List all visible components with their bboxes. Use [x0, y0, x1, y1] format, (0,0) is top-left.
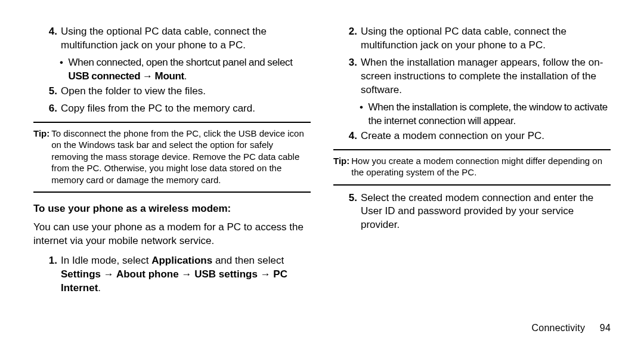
- bullet-text: When the installation is complete, the w…: [369, 101, 611, 128]
- list-text: Select the created modem connection and …: [361, 192, 611, 233]
- bullet-item: • When the installation is complete, the…: [333, 101, 611, 128]
- left-column: 4. Using the optional PC data cable, con…: [33, 24, 311, 331]
- list-number: 3.: [333, 56, 357, 97]
- strong: Applications: [151, 255, 212, 266]
- bullet-item: • When connected, open the shortcut pane…: [33, 56, 311, 84]
- list-number: 1.: [33, 254, 57, 295]
- text: In Idle mode, select: [61, 255, 151, 266]
- list-text: In Idle mode, select Applications and th…: [61, 254, 311, 295]
- bullet-text: When connected, open the shortcut panel …: [69, 56, 311, 84]
- page-number: 94: [600, 323, 611, 333]
- divider: [33, 122, 311, 123]
- list-text: Copy files from the PC to the memory car…: [61, 102, 311, 116]
- right-column: 2. Using the optional PC data cable, con…: [333, 24, 611, 331]
- section-heading: To use your phone as a wireless modem:: [33, 202, 311, 216]
- list-number: 6.: [33, 102, 57, 116]
- list-text: Open the folder to view the files.: [61, 85, 311, 98]
- tip-box: Tip: To disconnect the phone from the PC…: [33, 128, 311, 186]
- list-item: 1. In Idle mode, select Applications and…: [33, 254, 311, 295]
- text: and then select: [212, 255, 284, 266]
- footer: Connectivity 94: [532, 322, 611, 335]
- tip-body: How you create a modem connection might …: [351, 155, 611, 178]
- text: .: [98, 282, 101, 294]
- bullet-icon: •: [60, 56, 63, 84]
- list-number: 5.: [33, 85, 57, 98]
- page: 4. Using the optional PC data cable, con…: [0, 0, 644, 349]
- bullet-icon: •: [360, 101, 363, 128]
- strong: Mount: [155, 70, 184, 82]
- list-text: When the installation manager appears, f…: [361, 56, 611, 97]
- arrow: →: [140, 70, 154, 82]
- tip-box: Tip: How you create a modem connection m…: [333, 155, 611, 178]
- divider: [333, 149, 611, 150]
- text: .: [184, 70, 187, 82]
- list-number: 4.: [33, 25, 57, 52]
- list-item: 6. Copy files from the PC to the memory …: [33, 102, 311, 116]
- list-number: 4.: [333, 129, 357, 143]
- list-item: 5. Select the created modem connection a…: [333, 192, 611, 233]
- list-item: 4. Using the optional PC data cable, con…: [33, 25, 311, 52]
- list-item: 4. Create a modem connection on your PC.: [333, 129, 611, 143]
- divider: [33, 192, 311, 193]
- list-number: 2.: [333, 25, 357, 52]
- tip-label: Tip:: [333, 155, 349, 178]
- tip-body: To disconnect the phone from the PC, cli…: [51, 128, 311, 186]
- list-item: 5. Open the folder to view the files.: [33, 85, 311, 98]
- list-item: 2. Using the optional PC data cable, con…: [333, 25, 611, 52]
- footer-section: Connectivity: [532, 323, 586, 333]
- strong: USB connected: [69, 70, 141, 82]
- list-text: Using the optional PC data cable, connec…: [61, 25, 311, 52]
- list-number: 5.: [333, 192, 357, 233]
- strong: Settings → About phone → USB settings → …: [61, 268, 287, 294]
- tip-label: Tip:: [33, 128, 49, 186]
- list-text: Create a modem connection on your PC.: [361, 129, 611, 143]
- divider: [333, 184, 611, 186]
- list-item: 3. When the installation manager appears…: [333, 56, 611, 97]
- paragraph: You can use your phone as a modem for a …: [33, 221, 311, 248]
- text: When connected, open the shortcut panel …: [69, 57, 293, 68]
- list-text: Using the optional PC data cable, connec…: [361, 25, 611, 52]
